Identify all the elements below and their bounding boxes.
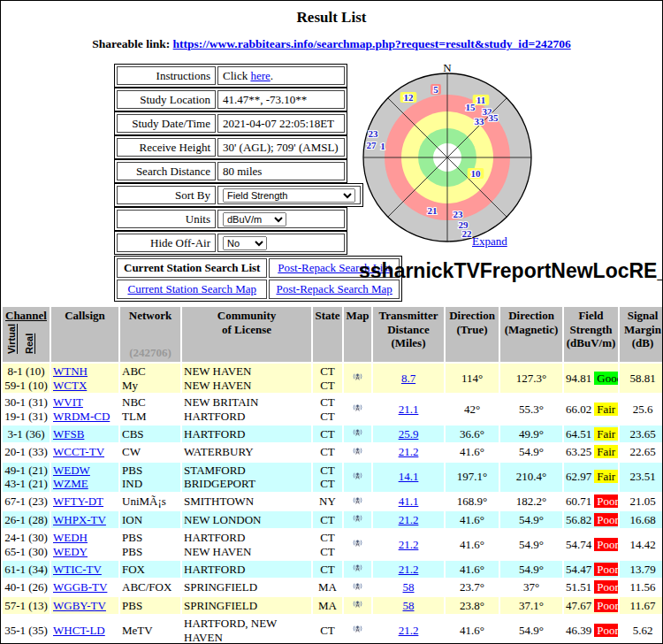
map-icon[interactable] bbox=[352, 470, 363, 481]
direction-magnetic-cell: 54.9° bbox=[500, 530, 562, 559]
form-select[interactable]: Field Strength bbox=[223, 188, 355, 203]
callsign-link[interactable]: WHCT-LD bbox=[53, 624, 105, 637]
direction-true-cell: 42° bbox=[446, 395, 499, 424]
callsign-link[interactable]: WCTX bbox=[53, 379, 87, 392]
distance-link[interactable]: 21.2 bbox=[399, 445, 419, 458]
chart-channel-label[interactable]: 1 bbox=[380, 141, 385, 151]
map-cell bbox=[344, 616, 371, 644]
map-icon[interactable] bbox=[352, 512, 363, 524]
distance-link[interactable]: 41.1 bbox=[399, 494, 419, 508]
map-icon[interactable] bbox=[352, 402, 363, 413]
shareable-link[interactable]: https://www.rabbitears.info/searchmap.ph… bbox=[173, 37, 571, 50]
chart-channel-label[interactable]: 27 bbox=[367, 140, 377, 150]
state-cell: MA bbox=[313, 597, 342, 614]
form-row: Study Location41.47**, -73.10** bbox=[114, 88, 347, 111]
form-select[interactable]: dBuV/m bbox=[223, 212, 286, 226]
real-sort-link[interactable]: Real bbox=[24, 324, 35, 354]
network-cell: MeTV bbox=[120, 616, 180, 644]
station-row: 26-1 (28)WHPX-TVIONNEW LONDONCT 21.241.6… bbox=[3, 511, 663, 528]
map-icon[interactable] bbox=[352, 598, 363, 610]
rating-badge: Poor bbox=[594, 599, 618, 612]
distance-link[interactable]: 21.2 bbox=[399, 624, 419, 637]
margin-cell: 21.05 bbox=[620, 494, 663, 510]
chart-channel-label[interactable]: 35 bbox=[489, 112, 499, 123]
distance-link[interactable]: 25.9 bbox=[399, 427, 419, 441]
chart-channel-label[interactable]: 33 bbox=[475, 116, 485, 126]
form-label: Hide Off-Air bbox=[117, 234, 216, 252]
callsign-link[interactable]: WTIC-TV bbox=[53, 563, 102, 576]
rating-badge: Good bbox=[594, 372, 618, 385]
callsign-link[interactable]: WHPX-TV bbox=[53, 513, 106, 526]
form-row: Study Date/Time2021-04-07 22:05:18ET bbox=[114, 111, 347, 135]
form-row: Receive Height30' (AGL); 709' (AMSL) bbox=[114, 135, 347, 159]
distance-link[interactable]: 58 bbox=[403, 599, 415, 612]
callsign-link[interactable]: WGBY-TV bbox=[53, 599, 106, 612]
callsign-link[interactable]: WRDM-CD bbox=[53, 410, 110, 423]
map-icon[interactable] bbox=[352, 426, 363, 438]
state-cell: CT CT bbox=[313, 364, 342, 393]
map-icon[interactable] bbox=[352, 445, 363, 456]
map-icon[interactable] bbox=[352, 562, 363, 573]
station-row: 49-1 (21) 43-1 (21)WEDWWZMEPBS INDSTAMFO… bbox=[3, 463, 663, 492]
chart-channel-label[interactable]: 5 bbox=[433, 84, 438, 95]
form-label: Study Location bbox=[117, 90, 216, 109]
channel-cell: 35-1 (35) bbox=[3, 616, 50, 644]
station-row: 67-1 (23)WFTY-DTUniMÃ¡sSMITHTOWNNY 41.11… bbox=[3, 494, 663, 510]
community-cell: HARTFORD bbox=[182, 426, 311, 442]
nav-link[interactable]: Current Station Search Map bbox=[127, 282, 256, 295]
callsign-link[interactable]: WEDH bbox=[53, 531, 88, 544]
distance-link[interactable]: 21.2 bbox=[399, 563, 419, 576]
map-icon[interactable] bbox=[352, 537, 363, 548]
chart-channel-label[interactable]: 11 bbox=[476, 95, 485, 105]
instructions-link[interactable]: here bbox=[250, 69, 270, 82]
distance-link[interactable]: 21.2 bbox=[399, 513, 419, 526]
chart-channel-label[interactable]: 21 bbox=[428, 205, 438, 216]
callsign-link[interactable]: WVIT bbox=[53, 395, 83, 409]
channel-sort-link[interactable]: Channel bbox=[5, 309, 47, 322]
map-icon[interactable] bbox=[352, 371, 363, 382]
results-table: Channel Virtual Real Callsign Network (2… bbox=[1, 305, 663, 644]
distance-link[interactable]: 21.2 bbox=[399, 538, 419, 551]
nav-link[interactable]: Post-Repack Search Map bbox=[276, 282, 392, 295]
chart-channel-label[interactable]: 22 bbox=[462, 228, 473, 239]
virtual-sort-link[interactable]: Virtual bbox=[6, 324, 18, 354]
community-cell: NEW HAVEN NEW HAVEN bbox=[182, 364, 311, 393]
chart-channel-label[interactable]: 15 bbox=[466, 102, 476, 112]
field-strength-cell: 64.51Fair bbox=[564, 426, 618, 442]
callsign-link[interactable]: WTNH bbox=[53, 364, 88, 378]
chart-channel-label[interactable]: 23 bbox=[453, 209, 464, 219]
field-strength-cell: 54.47Poor bbox=[564, 561, 618, 578]
distance-link[interactable]: 14.1 bbox=[399, 470, 419, 483]
callsign-link[interactable]: WFTY-DT bbox=[53, 494, 103, 508]
state-cell: CT bbox=[313, 561, 342, 578]
form-row: Hide Off-AirNo bbox=[114, 231, 347, 255]
chart-channel-label[interactable]: 12 bbox=[404, 92, 415, 103]
callsign-link[interactable]: WCCT-TV bbox=[53, 445, 104, 458]
map-icon[interactable] bbox=[352, 494, 363, 506]
callsign-link[interactable]: WFSB bbox=[53, 427, 84, 441]
map-icon[interactable] bbox=[352, 580, 363, 592]
form-select[interactable]: No bbox=[223, 236, 267, 250]
callsign-link[interactable]: WEDW bbox=[53, 464, 90, 477]
distance-cell: 21.2 bbox=[373, 561, 444, 578]
chart-channel-label[interactable]: 10 bbox=[471, 168, 482, 179]
direction-magnetic-cell: 210.4° bbox=[500, 463, 562, 492]
direction-true-cell: 41.6° bbox=[446, 444, 499, 461]
north-label: N bbox=[443, 64, 452, 74]
callsign-link[interactable]: WGGB-TV bbox=[53, 580, 107, 594]
station-row: 24-1 (30) 65-1 (30)WEDHWEDYPBS PBSHARTFO… bbox=[3, 530, 663, 559]
callsign-link[interactable]: WEDY bbox=[53, 545, 88, 558]
col-network: Network (242706) bbox=[120, 307, 180, 362]
callsign-cell: WGGB-TV bbox=[51, 579, 118, 596]
expand-link[interactable]: Expand bbox=[472, 234, 507, 249]
field-strength-cell: 46.39Poor bbox=[564, 616, 618, 644]
channel-cell: 61-1 (34) bbox=[3, 561, 50, 578]
distance-link[interactable]: 58 bbox=[403, 580, 415, 594]
map-icon[interactable] bbox=[352, 623, 363, 634]
form-row: Search Distance80 miles bbox=[114, 159, 347, 183]
distance-link[interactable]: 8.7 bbox=[401, 372, 415, 385]
form-value: 30' (AGL); 709' (AMSL) bbox=[217, 138, 345, 157]
chart-channel-label[interactable]: 23 bbox=[369, 128, 379, 139]
callsign-link[interactable]: WZME bbox=[53, 477, 88, 490]
distance-link[interactable]: 21.1 bbox=[399, 402, 419, 416]
